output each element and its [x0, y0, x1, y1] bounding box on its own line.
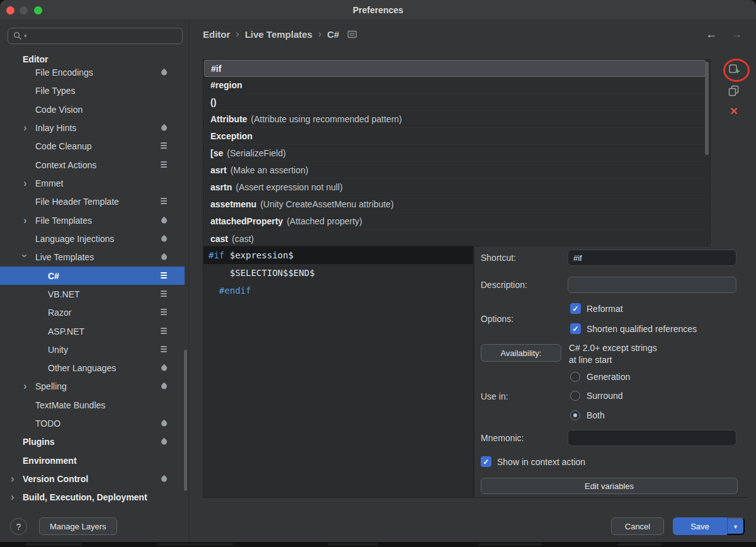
sidebar-item-file-templates[interactable]: ›File Templates [0, 211, 185, 229]
layers-indicator-icon [161, 328, 167, 329]
sidebar-item-context-actions[interactable]: Context Actions [0, 156, 185, 174]
generation-label[interactable]: Generation [587, 371, 630, 383]
chevron-right-icon[interactable]: › [11, 473, 14, 483]
both-label[interactable]: Both [587, 410, 605, 421]
sidebar-item-unity[interactable]: Unity [0, 340, 185, 359]
sidebar-item-aspnet[interactable]: ASP.NET [0, 322, 185, 340]
surround-radio[interactable] [570, 391, 580, 401]
template-row[interactable]: attachedProperty(Attached property) [204, 213, 706, 230]
template-row[interactable]: () [204, 94, 706, 111]
layers-indicator-icon [161, 198, 167, 199]
sidebar-item-label: Code Vision [35, 105, 83, 115]
sidebar-item-spelling[interactable]: ›Spelling [0, 377, 185, 395]
sidebar-item-csharp[interactable]: C# [0, 267, 185, 285]
search-input[interactable]: ▾ [8, 28, 183, 44]
add-template-icon[interactable] [728, 63, 740, 75]
show-in-context-checkbox[interactable]: ✓ [481, 456, 491, 467]
description-label: Description: [481, 279, 527, 291]
preview-line: $SELECTION$$END$ [203, 264, 473, 282]
sidebar-item-version-control[interactable]: ›Version Control [0, 469, 185, 488]
template-row[interactable]: asrt(Make an assertion) [204, 162, 706, 179]
use-in-label: Use in: [481, 391, 508, 402]
sidebar-item-code-cleanup[interactable]: Code Cleanup [0, 137, 185, 155]
description-input[interactable] [568, 277, 736, 293]
template-row[interactable]: #region [204, 77, 706, 94]
show-in-context-label[interactable]: Show in context action [497, 456, 585, 468]
copy-template-icon[interactable] [728, 85, 740, 96]
template-row[interactable]: assetmenu(Unity CreateAssetMenu attribut… [204, 196, 706, 213]
template-row[interactable]: [se(SerializeField) [204, 145, 706, 162]
chevron-right-icon[interactable]: › [23, 177, 27, 188]
template-desc: (Attached property) [287, 216, 362, 226]
both-radio[interactable] [570, 410, 580, 420]
surround-label[interactable]: Surround [587, 390, 623, 401]
sidebar-item-emmet[interactable]: ›Emmet [0, 174, 185, 192]
breadcrumb-item[interactable]: Live Templates [245, 29, 312, 40]
sidebar-item-label: Spelling [35, 381, 67, 391]
modified-indicator-icon [160, 364, 168, 372]
sidebar-item-label: C# [48, 271, 59, 281]
sidebar-item-code-vision[interactable]: Code Vision [0, 100, 185, 118]
help-button[interactable]: ? [10, 518, 27, 535]
sidebar-item-razor[interactable]: Razor [0, 303, 185, 321]
panel-icon[interactable] [347, 30, 357, 39]
sidebar-item-other-languages[interactable]: Other Languages [0, 359, 185, 377]
shorten-references-checkbox[interactable]: ✓ [570, 323, 581, 334]
sidebar-item-file-encodings[interactable]: File Encodings [0, 63, 185, 81]
template-row[interactable]: asrtn(Assert expression not null) [204, 179, 706, 196]
sidebar-item-vbnet[interactable]: VB.NET [0, 285, 185, 303]
manage-layers-button[interactable]: Manage Layers [39, 517, 117, 535]
search-icon [13, 32, 22, 40]
mnemonic-input[interactable] [568, 430, 736, 446]
sidebar-item-live-templates[interactable]: ›Live Templates [0, 248, 185, 266]
sidebar-item-label: Environment [23, 456, 77, 466]
template-row[interactable]: cast(cast) [204, 230, 706, 247]
availability-text: C# 2.0+ except strings at line start [569, 342, 657, 366]
reformat-checkbox[interactable]: ✓ [570, 303, 581, 314]
sidebar-item-label: Build, Execution, Deployment [23, 492, 147, 502]
sidebar-item-environment[interactable]: Environment [0, 451, 185, 469]
template-row[interactable]: Attribute(Attribute using recommended pa… [204, 111, 706, 128]
template-row[interactable]: Exception [204, 128, 706, 145]
availability-button[interactable]: Availability: [481, 344, 561, 362]
sidebar-item-plugins[interactable]: Plugins [0, 432, 185, 451]
template-preview-editor[interactable]: #if $expression$ $SELECTION$$END$ #endif [203, 246, 474, 498]
chevron-down-icon[interactable]: › [20, 254, 30, 258]
cancel-button[interactable]: Cancel [611, 517, 664, 535]
sidebar-item-label: TextMate Bundles [35, 400, 105, 410]
breadcrumb-separator: › [318, 28, 321, 40]
chevron-right-icon[interactable]: › [23, 214, 27, 225]
breadcrumb-item[interactable]: C# [327, 29, 339, 40]
template-abbr: [se [210, 148, 223, 158]
sidebar-item-build-execution-deployment[interactable]: ›Build, Execution, Deployment [0, 488, 185, 506]
edit-variables-button[interactable]: Edit variables [481, 478, 738, 494]
back-arrow-icon[interactable]: ← [706, 28, 717, 41]
chevron-right-icon[interactable]: › [23, 380, 27, 391]
template-list-scrollbar[interactable] [705, 62, 709, 155]
sidebar-scrollbar[interactable] [184, 350, 187, 491]
sidebar-item-label: File Templates [35, 216, 92, 226]
breadcrumb-item[interactable]: Editor [203, 29, 230, 40]
sidebar-item-file-types[interactable]: File Types [0, 81, 185, 100]
save-button[interactable]: Save [673, 517, 727, 535]
sidebar-item-todo[interactable]: TODO [0, 414, 185, 432]
sidebar-item-textmate-bundles[interactable]: TextMate Bundles [0, 396, 185, 414]
search-filter-chevron-icon[interactable]: ▾ [24, 33, 27, 39]
reformat-label[interactable]: Reformat [587, 303, 623, 314]
sidebar-item-file-header-template[interactable]: File Header Template [0, 192, 185, 210]
template-list: #if #region () Attribute(Attribute using… [203, 59, 711, 246]
shorten-references-label[interactable]: Shorten qualified references [587, 323, 697, 335]
modified-indicator-icon [160, 253, 168, 261]
generation-radio[interactable] [570, 372, 580, 382]
shortcut-input[interactable] [568, 250, 736, 266]
save-dropdown-icon[interactable]: ▾ [727, 517, 745, 535]
template-row[interactable]: #if [204, 60, 706, 77]
modified-indicator-icon [160, 475, 168, 483]
chevron-right-icon[interactable]: › [23, 122, 27, 132]
sidebar-item-language-injections[interactable]: Language Injections [0, 229, 185, 248]
delete-template-icon[interactable]: ✕ [730, 107, 738, 117]
modified-indicator-icon [160, 68, 168, 76]
chevron-right-icon[interactable]: › [11, 491, 14, 502]
sidebar-item-inlay-hints[interactable]: ›Inlay Hints [0, 118, 185, 137]
sidebar-item-label: Context Actions [35, 160, 96, 170]
